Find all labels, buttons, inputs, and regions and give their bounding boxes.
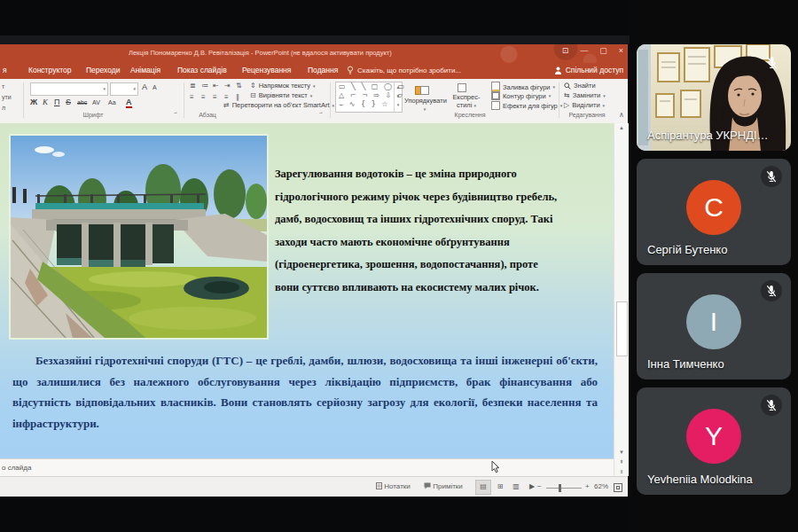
comments-toggle-button[interactable]: Примітки — [424, 482, 463, 490]
find-button[interactable]: Знайти — [564, 82, 596, 90]
font-name-select[interactable]: ▾ — [30, 82, 108, 96]
participant-tile[interactable]: Y Yevheniia Molodkina — [637, 387, 791, 495]
align-right-icon[interactable]: ≡ — [213, 93, 217, 101]
font-group-label: Шрифт — [66, 112, 120, 118]
outdent-icon[interactable]: ⇤ — [213, 82, 219, 90]
strikethrough-button[interactable]: S — [66, 98, 71, 106]
clipboard-fragment: т — [2, 83, 4, 90]
tab-animations[interactable]: Анімація — [130, 66, 160, 74]
chevron-down-icon: ▾ — [313, 83, 316, 89]
ppt-title-bar[interactable]: Лекція Пономаренко Д.В. Ревіталізація - … — [0, 44, 628, 63]
tab-slideshow[interactable]: Показ слайдів — [177, 66, 227, 74]
scrollbar-thumb[interactable] — [616, 301, 628, 356]
maximize-icon[interactable]: ▢ — [599, 46, 607, 55]
participant-tile-video[interactable]: Аспірантура УКРНДІ… — [637, 44, 791, 151]
shrink-font-button[interactable]: А — [153, 84, 157, 90]
minimize-icon[interactable]: — — [580, 46, 588, 55]
notes-pane[interactable]: о слайда — [0, 458, 614, 477]
chevron-down-icon: ▾ — [603, 93, 606, 98]
tab-transitions[interactable]: Переходи — [86, 66, 121, 74]
slide-paragraph-bottom[interactable]: Безхазяйні гідротехнічні споруди (ГТС) –… — [12, 350, 598, 434]
avatar: Y — [686, 409, 741, 464]
justify-icon[interactable]: ≡ — [224, 93, 229, 101]
notes-icon — [376, 482, 382, 489]
dialog-launcher-icon[interactable]: ⌐ — [174, 111, 177, 116]
tell-me-label: Скажіть, що потрібно зробити... — [357, 66, 461, 74]
notes-placeholder-fragment: о слайда — [2, 464, 31, 472]
reading-view-button[interactable]: ▥ — [509, 480, 523, 493]
normal-view-button[interactable]: ▤ — [475, 480, 491, 495]
chevron-down-icon: ▾ — [424, 106, 426, 112]
select-button[interactable]: ▷ Виділити ▾ — [564, 101, 605, 109]
fit-to-window-icon[interactable] — [614, 483, 622, 492]
previous-slide-icon[interactable]: ⇞ — [614, 458, 629, 465]
chevron-down-icon: ▾ — [474, 103, 477, 108]
tab-design[interactable]: Конструктор — [28, 66, 71, 74]
arrange-icon — [415, 83, 429, 97]
drawing-group-label: Креслення — [439, 112, 501, 118]
tab-fragment[interactable]: я — [3, 66, 7, 74]
align-text-button[interactable]: ⊟ Вирівняти текст ▾ — [250, 91, 312, 99]
align-center-icon[interactable]: ≡ — [201, 93, 206, 101]
shapes-gallery[interactable]: ▭ ╲ ╲ ▢ ◯ ▭ △ ⌐ ¬ ⇨ ⇩ ▱ ⌣ ∿ { } ☆ ▲ ▼ ▾ — [335, 82, 403, 113]
change-case-button[interactable]: Aa — [108, 99, 116, 106]
quick-styles-button[interactable]: Експрес-стилі ▾ — [447, 93, 486, 110]
font-size-select[interactable]: ▾ — [110, 82, 138, 96]
shape-outline-icon — [491, 91, 500, 100]
scroll-up-icon[interactable]: ▲ — [614, 125, 629, 130]
notes-toggle-button[interactable]: Нотатки — [376, 482, 411, 490]
indent-icon[interactable]: ⇥ — [224, 82, 231, 90]
close-icon[interactable]: × — [619, 46, 623, 55]
grow-font-button[interactable]: А — [142, 82, 147, 91]
tab-view[interactable]: Подання — [308, 66, 338, 74]
slide-sorter-view-button[interactable]: ⊞ — [493, 480, 507, 493]
columns-icon[interactable]: ∥ — [236, 93, 239, 101]
character-spacing-button[interactable]: AV — [92, 99, 100, 106]
font-color-button[interactable]: A — [126, 98, 132, 108]
shape-outline-button[interactable]: Контур фігури ▾ — [491, 91, 551, 100]
scroll-up-icon[interactable]: ▲ — [395, 82, 402, 91]
text-shadow-button[interactable]: abc — [77, 99, 87, 106]
convert-smartart-button[interactable]: ⇄ Перетворити на об'єкт SmartArt ▾ — [223, 101, 334, 109]
ribbon-tab-row: я Конструктор Переходи Анімація Показ сл… — [0, 63, 628, 79]
underline-button[interactable]: П — [54, 98, 59, 106]
bullets-icon[interactable]: ≣ — [190, 82, 196, 90]
tell-me-box[interactable]: Скажіть, що потрібно зробити... — [347, 66, 461, 74]
replace-icon: ⇆ — [564, 91, 570, 99]
vertical-scrollbar[interactable]: ▲ ▼ ⇞ ⇟ — [614, 123, 629, 476]
tab-review[interactable]: Рецензування — [242, 66, 291, 74]
zoom-slider-track[interactable] — [546, 488, 582, 489]
collapse-ribbon-icon[interactable]: ∧ — [619, 111, 624, 119]
shapes-gallery-scrollbar[interactable]: ▲ ▼ ▾ — [394, 82, 402, 112]
next-slide-icon[interactable]: ⇟ — [614, 468, 629, 474]
ribbon-options-icon[interactable]: ⊡ — [562, 46, 569, 55]
scroll-down-icon[interactable]: ▼ — [614, 450, 629, 455]
replace-button[interactable]: ⇆ Замінити ▾ — [564, 91, 606, 99]
scroll-down-icon[interactable]: ▼ — [395, 91, 402, 100]
share-button[interactable]: Спільний доступ — [554, 66, 623, 74]
dam-photo-image — [11, 136, 267, 338]
align-left-icon[interactable]: ≡ — [190, 93, 194, 101]
dialog-launcher-icon[interactable]: ⌐ — [319, 111, 323, 116]
dam-photo[interactable] — [9, 134, 269, 340]
shape-effects-icon — [491, 101, 500, 110]
slide-canvas[interactable]: Зарегулювання водотоків – це зміна приро… — [0, 123, 614, 458]
window-title: Лекція Пономаренко Д.В. Ревіталізація - … — [129, 49, 392, 57]
participant-name: Сергій Бутенко — [647, 243, 727, 256]
participant-tile[interactable]: І Інна Тимченко — [637, 273, 791, 379]
italic-button[interactable]: К — [43, 98, 48, 106]
participant-tile[interactable]: С Сергій Бутенко — [637, 159, 791, 265]
line-spacing-icon[interactable]: ⇅ — [236, 82, 242, 90]
arrange-button[interactable]: Упорядкувати ▾ — [404, 97, 445, 113]
bold-button[interactable]: Ж — [30, 98, 37, 106]
text-direction-button[interactable]: ⇕ Напрямок тексту ▾ — [250, 82, 316, 90]
slide-paragraph-top[interactable]: Зарегулювання водотоків – це зміна приро… — [275, 163, 559, 299]
lightbulb-icon — [347, 66, 354, 74]
gallery-more-icon[interactable]: ▾ — [395, 100, 402, 109]
numbering-icon[interactable]: ≔ — [201, 82, 208, 90]
zoom-out-button[interactable]: − — [537, 482, 542, 490]
shape-effects-button[interactable]: Ефекти для фігур ▾ — [491, 101, 562, 110]
zoom-level[interactable]: 62% — [594, 482, 608, 490]
zoom-slider-thumb[interactable] — [559, 484, 561, 492]
zoom-in-button[interactable]: + — [585, 482, 590, 490]
